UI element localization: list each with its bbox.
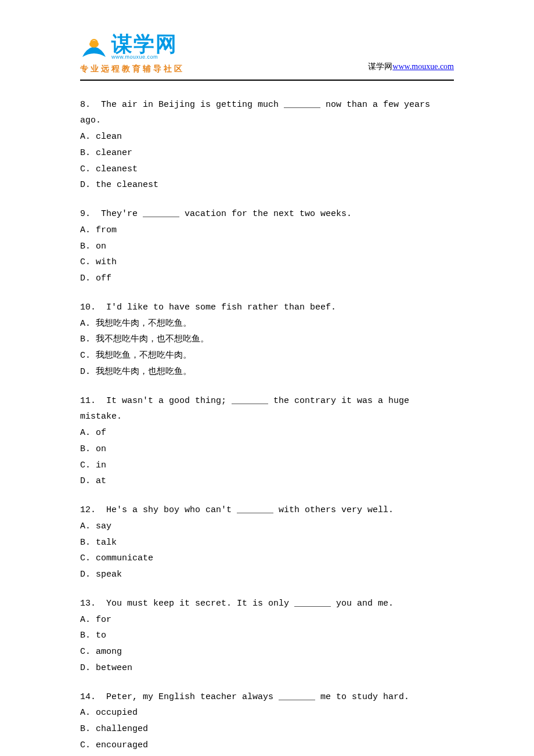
question-option: A. occupied xyxy=(80,705,454,721)
question-option: A. clean xyxy=(80,129,454,145)
question-option: C. with xyxy=(80,254,454,271)
question-stem: 12. He's a shy boy who can't _______ wit… xyxy=(80,502,454,519)
question-option: D. off xyxy=(80,271,454,287)
question-option: B. on xyxy=(80,239,454,255)
question-option: D. the cleanest xyxy=(80,177,454,193)
logo-top-row: 谋学网 www.mouxue.com xyxy=(80,34,178,62)
question-option: D. at xyxy=(80,473,454,489)
question-9: 9. They're _______ vacation for the next… xyxy=(80,206,454,287)
question-option: C. communicate xyxy=(80,550,454,567)
question-option: B. 我不想吃牛肉，也不想吃鱼。 xyxy=(80,332,454,348)
question-11: 11. It wasn't a good thing; _______ the … xyxy=(80,393,454,490)
question-option: D. convinced xyxy=(80,754,454,757)
question-14: 14. Peter, my English teacher always ___… xyxy=(80,689,454,757)
question-stem: 11. It wasn't a good thing; _______ the … xyxy=(80,393,454,426)
page-header: 谋学网 www.mouxue.com 专业远程教育辅导社区 谋学网www.mou… xyxy=(80,34,454,75)
site-url-link[interactable]: www.mouxue.com xyxy=(392,62,454,71)
question-option: A. of xyxy=(80,425,454,441)
question-option: B. to xyxy=(80,628,454,644)
question-option: C. in xyxy=(80,458,454,474)
question-stem: 13. You must keep it secret. It is only … xyxy=(80,596,454,612)
header-divider xyxy=(80,80,454,81)
logo-pinyin: www.mouxue.com xyxy=(111,53,178,62)
question-option: B. talk xyxy=(80,535,454,551)
question-10: 10. I'd like to have some fish rather th… xyxy=(80,300,454,380)
question-option: A. 我想吃牛肉，不想吃鱼。 xyxy=(80,316,454,332)
question-stem: 9. They're _______ vacation for the next… xyxy=(80,206,454,222)
site-reference: 谋学网www.mouxue.com xyxy=(368,60,454,75)
question-option: D. speak xyxy=(80,567,454,583)
question-option: A. say xyxy=(80,519,454,535)
question-stem: 14. Peter, my English teacher always ___… xyxy=(80,689,454,705)
site-label: 谋学网 xyxy=(368,62,392,71)
question-option: C. encouraged xyxy=(80,737,454,754)
question-option: C. cleanest xyxy=(80,161,454,178)
question-option: D. 我想吃牛肉，也想吃鱼。 xyxy=(80,364,454,380)
site-logo: 谋学网 www.mouxue.com 专业远程教育辅导社区 xyxy=(80,34,185,75)
question-option: B. challenged xyxy=(80,721,454,737)
logo-text-wrap: 谋学网 www.mouxue.com xyxy=(111,34,178,62)
question-8: 8. The air in Beijing is getting much __… xyxy=(80,97,454,194)
logo-title: 谋学网 xyxy=(111,34,178,55)
question-13: 13. You must keep it secret. It is only … xyxy=(80,596,454,676)
question-option: B. cleaner xyxy=(80,145,454,161)
question-stem: 10. I'd like to have some fish rather th… xyxy=(80,300,454,316)
question-option: B. on xyxy=(80,441,454,458)
question-content: 8. The air in Beijing is getting much __… xyxy=(80,97,454,757)
question-12: 12. He's a shy boy who can't _______ wit… xyxy=(80,502,454,583)
question-stem: 8. The air in Beijing is getting much __… xyxy=(80,97,454,129)
logo-tagline: 专业远程教育辅导社区 xyxy=(80,63,185,75)
logo-icon xyxy=(80,36,108,59)
question-option: D. between xyxy=(80,660,454,676)
question-option: A. from xyxy=(80,222,454,239)
question-option: C. 我想吃鱼，不想吃牛肉。 xyxy=(80,348,454,364)
question-option: A. for xyxy=(80,612,454,628)
question-option: C. among xyxy=(80,644,454,660)
